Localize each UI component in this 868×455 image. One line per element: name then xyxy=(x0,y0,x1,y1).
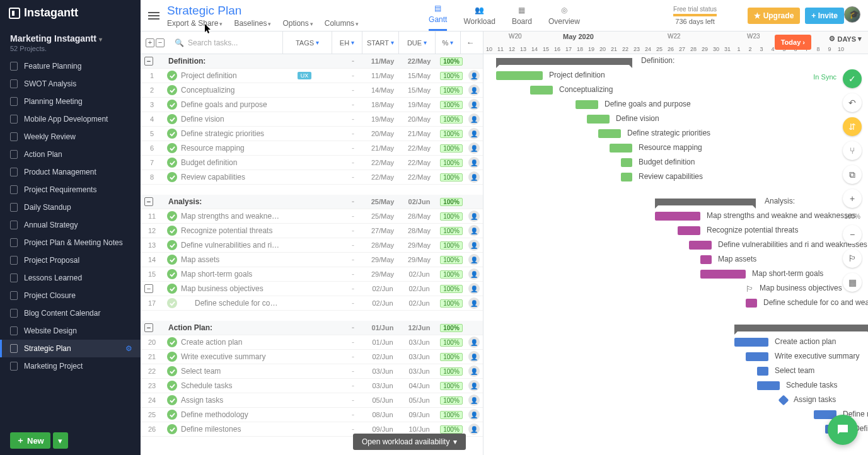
map-button[interactable]: 🏳 xyxy=(843,249,862,268)
check-icon[interactable] xyxy=(167,269,177,279)
task-row[interactable]: 23Schedule tasks-03/Jun04/Jun100%👤 xyxy=(141,379,483,393)
assignee-avatar[interactable]: 👤 xyxy=(468,84,480,96)
menu-item[interactable]: Options▾ xyxy=(282,19,313,28)
zoom-days-button[interactable]: ⚙ DAYS ▾ xyxy=(829,35,862,43)
gantt-bar[interactable] xyxy=(496,71,543,80)
task-row[interactable]: 25Define methodology-08/Jun09/Jun100%👤 xyxy=(141,408,483,422)
sidebar-project-item[interactable]: Project Proposal xyxy=(0,251,141,269)
new-button-split[interactable]: ▾ xyxy=(53,432,68,449)
gantt-bar[interactable] xyxy=(587,115,610,124)
menu-item[interactable]: Columns▾ xyxy=(325,19,359,28)
section-row[interactable]: −Definition:-11/May22/May100% xyxy=(141,54,483,69)
workspace-switcher[interactable]: Marketing Instagantt▾ xyxy=(0,26,141,45)
task-row[interactable]: 6Resource mapping-21/May22/May100%👤 xyxy=(141,141,483,156)
gear-icon[interactable]: ⚙ xyxy=(125,344,134,353)
gantt-bar[interactable] xyxy=(746,352,768,361)
sidebar-project-item[interactable]: Project Closure xyxy=(0,287,141,304)
sidebar-project-item[interactable]: Planning Meeting xyxy=(0,93,141,110)
assignee-avatar[interactable]: 👤 xyxy=(468,395,480,406)
gantt-bar[interactable] xyxy=(746,299,757,308)
chat-fab[interactable] xyxy=(828,415,858,445)
assignee-avatar[interactable]: 👤 xyxy=(468,366,480,377)
search-input[interactable]: 🔍 Search tasks... xyxy=(170,32,283,54)
task-row[interactable]: 7Budget definition-22/May22/May100%👤 xyxy=(141,156,483,170)
assignee-avatar[interactable]: 👤 xyxy=(468,99,480,110)
gantt-bar[interactable] xyxy=(700,270,746,279)
check-icon[interactable] xyxy=(167,337,177,347)
task-row[interactable]: 8Review capabilities-22/May22/May100%👤 xyxy=(141,170,483,185)
check-icon[interactable] xyxy=(167,298,177,308)
today-button[interactable]: Today › xyxy=(775,35,811,50)
sidebar-project-item[interactable]: Action Plan xyxy=(0,146,141,163)
assignee-avatar[interactable]: 👤 xyxy=(468,254,480,265)
assignee-avatar[interactable]: 👤 xyxy=(468,171,480,183)
gantt-chart[interactable]: Definition:Project definitionConceptuali… xyxy=(483,54,868,455)
sidebar-project-item[interactable]: Project Plan & Meeting Notes xyxy=(0,234,141,251)
sort-button[interactable]: ⇵ xyxy=(843,117,862,136)
grid-button[interactable]: ▦ xyxy=(843,273,862,292)
gantt-bar[interactable] xyxy=(689,241,712,250)
col-pct[interactable]: %▾ xyxy=(436,32,461,54)
gantt-bar[interactable] xyxy=(700,255,712,264)
check-icon[interactable] xyxy=(167,255,177,265)
check-icon[interactable] xyxy=(167,395,177,405)
section-row[interactable]: −Action Plan:-01/Jun12/Jun100% xyxy=(141,321,483,335)
gantt-bar[interactable] xyxy=(757,367,768,376)
task-row[interactable]: 12Recognize potential threats-27/May28/M… xyxy=(141,224,483,238)
assignee-avatar[interactable]: 👤 xyxy=(468,268,480,280)
view-tab[interactable]: ▦Board xyxy=(512,5,532,31)
undo-button[interactable]: ↶ xyxy=(843,93,862,112)
check-icon[interactable] xyxy=(167,129,177,139)
menu-item[interactable]: Baselines▾ xyxy=(234,19,271,28)
assignee-avatar[interactable]: 👤 xyxy=(468,113,480,125)
plus-icon[interactable]: + xyxy=(146,38,154,47)
assignee-avatar[interactable]: 👤 xyxy=(468,157,480,168)
col-start[interactable]: START▾ xyxy=(362,32,399,54)
gantt-bar[interactable] xyxy=(598,129,621,138)
task-row[interactable]: 22Select team-03/Jun03/Jun100%👤 xyxy=(141,364,483,379)
task-row[interactable]: 1Project definitionUX-11/May15/May100%👤 xyxy=(141,69,483,83)
assignee-avatar[interactable]: 👤 xyxy=(468,70,480,81)
gantt-bar[interactable] xyxy=(610,144,632,153)
hamburger-icon[interactable] xyxy=(148,12,159,20)
sidebar-project-item[interactable]: Blog Content Calendar xyxy=(0,304,141,322)
page-title[interactable]: Strategic Plan xyxy=(167,4,359,18)
assignee-avatar[interactable]: 👤 xyxy=(468,409,480,420)
check-icon[interactable] xyxy=(167,226,177,236)
assignee-avatar[interactable]: 👤 xyxy=(468,351,480,362)
assignee-avatar[interactable]: 👤 xyxy=(468,423,480,435)
menu-item[interactable]: Export & Share▾ xyxy=(167,19,223,28)
check-icon[interactable] xyxy=(167,366,177,376)
collapse-icon[interactable]: − xyxy=(144,284,153,293)
sidebar-project-item[interactable]: SWOT Analysis xyxy=(0,75,141,93)
zoom-out-button[interactable]: − xyxy=(843,225,862,244)
sidebar-project-item[interactable]: Daily Standup xyxy=(0,199,141,216)
gantt-bar[interactable] xyxy=(734,338,768,347)
task-row[interactable]: 15Map short-term goals-29/May02/Jun100%👤 xyxy=(141,267,483,282)
collapse-icon[interactable]: − xyxy=(144,197,153,206)
task-row[interactable]: 21Write executive summary-02/Jun03/Jun10… xyxy=(141,350,483,364)
new-button[interactable]: ＋ New xyxy=(10,432,50,449)
sidebar-project-item[interactable]: Annual Strategy xyxy=(0,216,141,234)
gantt-bar[interactable] xyxy=(757,381,780,390)
col-due[interactable]: DUE▾ xyxy=(399,32,436,54)
task-row[interactable]: 14Map assets-29/May29/May100%👤 xyxy=(141,253,483,267)
gantt-bar[interactable] xyxy=(678,226,700,235)
sidebar-project-item[interactable]: Weekly Review xyxy=(0,128,141,146)
check-icon[interactable] xyxy=(167,381,177,391)
task-row[interactable]: 20Create action plan-01/Jun03/Jun100%👤 xyxy=(141,335,483,350)
copy-button[interactable]: ⧉ xyxy=(843,165,862,184)
minus-icon[interactable]: − xyxy=(156,38,165,47)
assignee-avatar[interactable]: 👤 xyxy=(468,210,480,222)
task-row[interactable]: 4Define vision-19/May20/May100%👤 xyxy=(141,112,483,127)
sidebar-project-item[interactable]: Lessons Learned xyxy=(0,269,141,287)
col-eh[interactable]: EH▾ xyxy=(332,32,362,54)
check-icon[interactable] xyxy=(167,211,177,221)
upgrade-button[interactable]: ★ Upgrade xyxy=(748,8,800,24)
sidebar-project-item[interactable]: Mobile App Development xyxy=(0,110,141,128)
gantt-bar[interactable] xyxy=(530,86,553,95)
check-icon[interactable] xyxy=(167,352,177,362)
assignee-avatar[interactable]: 👤 xyxy=(468,142,480,154)
collapse-icon[interactable]: − xyxy=(144,57,153,66)
task-row[interactable]: 2Conceptualizing-14/May15/May100%👤 xyxy=(141,83,483,98)
